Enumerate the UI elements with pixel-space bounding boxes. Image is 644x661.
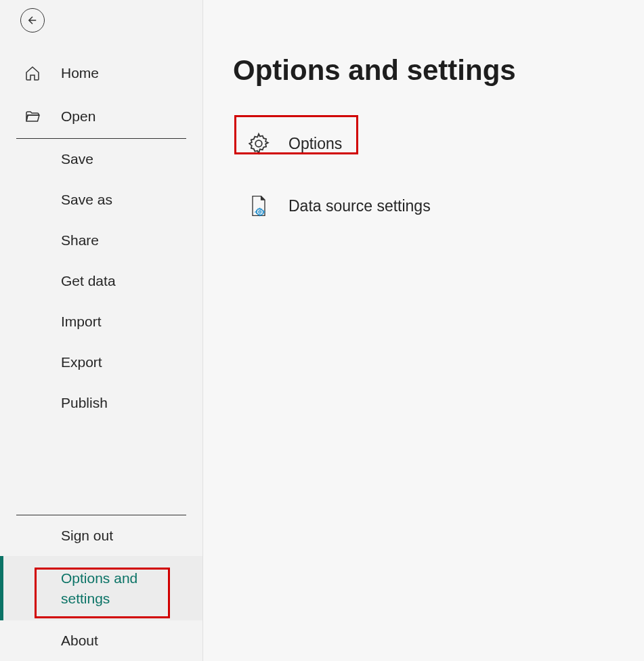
sidebar-item-label: Save as bbox=[61, 192, 112, 208]
sidebar-item-label: Export bbox=[61, 354, 102, 370]
sidebar-item-label: Get data bbox=[61, 273, 116, 289]
option-label: Options bbox=[288, 135, 342, 153]
sidebar-item-label: Share bbox=[61, 232, 99, 249]
sidebar-item-sign-out[interactable]: Sign out bbox=[0, 515, 202, 556]
gear-icon bbox=[245, 130, 272, 157]
option-options[interactable]: Options bbox=[233, 119, 644, 168]
document-gear-icon bbox=[245, 192, 272, 219]
sidebar-item-label: Sign out bbox=[61, 528, 113, 544]
sidebar-item-publish[interactable]: Publish bbox=[0, 383, 202, 423]
sidebar-item-import[interactable]: Import bbox=[0, 301, 202, 342]
sidebar-item-options-and-settings[interactable]: Options and settings bbox=[0, 556, 202, 620]
back-button[interactable] bbox=[20, 8, 45, 33]
sidebar-item-label: Options and settings bbox=[61, 568, 149, 608]
sidebar-item-label: Publish bbox=[61, 395, 108, 411]
folder-icon bbox=[23, 107, 42, 126]
sidebar-item-label: Import bbox=[61, 314, 102, 330]
svg-point-1 bbox=[259, 211, 261, 213]
sidebar-item-open[interactable]: Open bbox=[0, 95, 202, 138]
sidebar-item-save-as[interactable]: Save as bbox=[0, 179, 202, 220]
sidebar-item-export[interactable]: Export bbox=[0, 342, 202, 383]
sidebar-item-label: About bbox=[61, 633, 98, 649]
sidebar-item-share[interactable]: Share bbox=[0, 220, 202, 261]
sidebar-item-label: Open bbox=[61, 108, 95, 125]
home-icon bbox=[23, 64, 42, 83]
option-data-source-settings[interactable]: Data source settings bbox=[233, 182, 644, 230]
sidebar-item-about[interactable]: About bbox=[0, 620, 202, 661]
option-label: Data source settings bbox=[288, 197, 431, 215]
sidebar-item-label: Save bbox=[61, 151, 93, 167]
sidebar: Home Open Save Save as Share bbox=[0, 0, 203, 661]
sidebar-item-label: Home bbox=[61, 65, 99, 81]
sidebar-item-home[interactable]: Home bbox=[0, 51, 202, 95]
svg-point-0 bbox=[255, 140, 262, 147]
page-title: Options and settings bbox=[233, 54, 644, 87]
arrow-left-icon bbox=[26, 14, 39, 26]
sidebar-item-save[interactable]: Save bbox=[0, 139, 202, 179]
main-content: Options and settings Options bbox=[203, 0, 644, 661]
sidebar-item-get-data[interactable]: Get data bbox=[0, 261, 202, 301]
